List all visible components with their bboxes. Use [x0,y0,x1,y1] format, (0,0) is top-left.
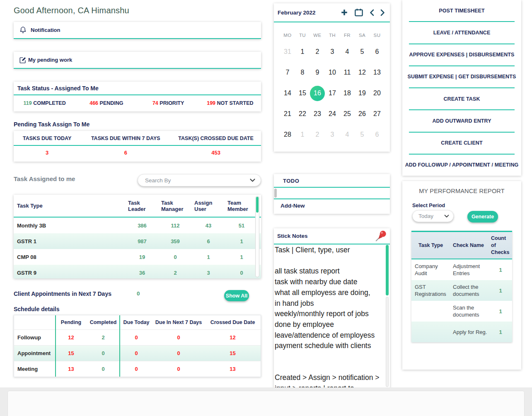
bell-icon [19,26,27,34]
calendar-day[interactable]: 16 [310,83,325,104]
schedule-column-header: Due In Next 7 Days [153,319,204,325]
schedule-table-header: PendingCompletedDue TodayDue In Next 7 D… [14,315,261,329]
stick-notes-content[interactable]: Task | Client, type, user all task statu… [275,245,383,389]
task-count-cell: 3 [192,270,225,276]
pending-column-value[interactable]: 6 [80,150,171,156]
calendar-day[interactable]: 19 [355,83,370,104]
task-type-cell: Monthly 3B [14,223,126,229]
calendar-day[interactable]: 1 [295,41,310,62]
calendar-day[interactable]: 26 [355,104,370,124]
calendar-day[interactable]: 21 [280,104,295,124]
calendar-card: February 2022 MOTUWETHFRSASU 31123456789… [274,3,390,152]
weekday-label: SU [370,29,384,41]
calendar-day[interactable]: 4 [340,124,355,145]
status-stat: 74 PRIORITY [138,100,199,106]
task-assigned-title: Task Assigned to me [14,175,75,182]
calendar-day[interactable]: 13 [370,62,384,83]
task-count-cell: 987 [126,238,159,244]
calendar-day[interactable]: 24 [325,104,340,124]
task-count-cell: 359 [159,238,192,244]
calendar-day[interactable]: 4 [340,41,355,62]
stick-notes-body[interactable]: Task | Client, type, user all task statu… [274,244,390,389]
notification-label: Notification [31,27,60,33]
calendar-icon[interactable] [354,8,363,17]
calendar-day[interactable]: 18 [340,83,355,104]
stick-notes-scrollbar[interactable] [385,244,389,389]
calendar-day[interactable]: 22 [295,104,310,124]
chevron-left-icon[interactable] [370,9,374,16]
todo-add-new-link[interactable]: Add-New [274,199,305,209]
task-table-column-header: Team Member [225,200,258,212]
quick-action-button[interactable]: SUBMIT EXPENSE | GET DISBURSEMENTS [402,66,521,87]
pending-column-value[interactable]: 453 [171,150,261,156]
calendar-day[interactable]: 5 [355,124,370,145]
calendar-day[interactable]: 12 [355,62,370,83]
notification-panel[interactable]: Notification [14,22,261,39]
performance-check-name: Scan the documents [451,304,489,318]
scrollbar-thumb[interactable] [386,245,389,295]
task-count-cell: 386 [126,223,159,229]
pending-work-panel[interactable]: My pending work [14,52,261,69]
schedule-table-body: Followup1220012Appointment1500015Meeting… [14,329,261,377]
task-table-row[interactable]: GSTR 936230 [14,265,261,278]
calendar-day[interactable]: 2 [310,124,325,145]
calendar-day[interactable]: 3 [325,41,340,62]
schedule-value-cell: 12 [55,334,87,341]
scrollbar-thumb[interactable] [274,189,277,198]
calendar-day[interactable]: 8 [295,62,310,83]
scrollbar-thumb[interactable] [256,197,259,213]
calendar-day[interactable]: 27 [370,104,384,124]
performance-row: Apply for Reg.1 [411,322,512,342]
task-table-row[interactable]: GSTR 198735961 [14,233,261,249]
calendar-day[interactable]: 23 [310,104,325,124]
calendar-day[interactable]: 10 [325,62,340,83]
weekday-label: MO [280,29,295,41]
quick-action-button[interactable]: ADD OUTWARD ENTRY [402,110,521,131]
dashboard-page: Good Afternoon, CA Himanshu Notification… [0,0,532,416]
period-select[interactable]: Today [412,210,454,222]
stat-label: PRIORITY [160,100,184,106]
quick-action-button[interactable]: ADD FOLLOWUP / APPOINTMENT / MEETING [402,155,521,176]
performance-count: 1 [489,308,512,314]
schedule-row-label: Followup [14,334,55,341]
task-count-cell: 0 [225,270,258,276]
chevron-right-icon[interactable] [380,9,385,16]
calendar-day[interactable]: 25 [340,104,355,124]
calendar-day[interactable]: 20 [370,83,384,104]
performance-count: 1 [489,329,512,335]
calendar-day[interactable]: 2 [310,41,325,62]
show-all-button[interactable]: Show All [224,290,249,301]
schedule-row: Appointment1500015 [14,345,261,361]
task-table-row[interactable]: Monthly 3B3861124351 [14,218,261,233]
calendar-day[interactable]: 1 [295,124,310,145]
quick-action-button[interactable]: CREATE TASK [402,88,521,109]
calendar-day[interactable]: 6 [370,41,384,62]
calendar-day[interactable]: 28 [280,124,295,145]
task-count-cell: 43 [192,223,225,229]
calendar-day[interactable]: 5 [355,41,370,62]
calendar-day[interactable]: 6 [370,124,384,145]
greeting-text: Good Afternoon, CA Himanshu [14,6,129,15]
quick-action-button[interactable]: POST TIMESHEET [402,0,521,21]
calendar-day[interactable]: 7 [280,62,295,83]
calendar-day[interactable]: 15 [295,83,310,104]
task-table-header: Task TypeTask LeaderTask ManagerAssign U… [14,195,261,217]
calendar-day[interactable]: 14 [280,83,295,104]
calendar-day[interactable]: 31 [280,41,295,62]
schedule-value-cell: 13 [55,366,87,372]
task-table-scrollbar[interactable] [255,196,259,277]
quick-action-button[interactable]: LEAVE / ATTENDANCE [402,22,521,43]
generate-button[interactable]: Generate [467,211,498,223]
calendar-day[interactable]: 9 [310,62,325,83]
calendar-day[interactable]: 3 [325,124,340,145]
performance-check-name: Adjustment Entries [451,263,489,277]
calendar-day[interactable]: 11 [340,62,355,83]
next-section-band [0,387,532,416]
calendar-day[interactable]: 17 [325,83,340,104]
add-event-icon[interactable] [341,9,348,16]
task-table-row[interactable]: CMP 0819011 [14,249,261,265]
quick-action-button[interactable]: APPROVE EXPENSES | DISBURSEMENTS [402,44,521,65]
quick-action-button[interactable]: CREATE CLIENT [402,133,521,154]
search-by-select[interactable]: Search By [138,174,261,186]
pending-column-value[interactable]: 3 [14,150,80,156]
